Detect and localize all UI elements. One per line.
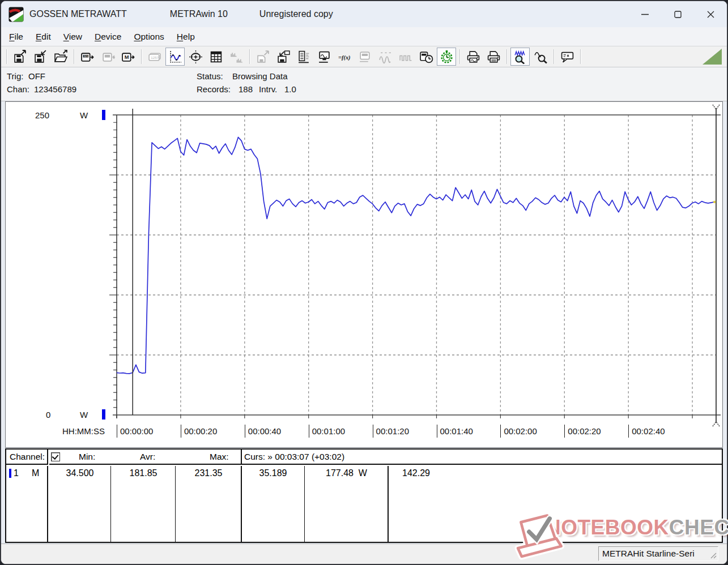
- read-device-icon: 321: [80, 50, 95, 64]
- comment-button[interactable]: [557, 48, 577, 66]
- y-axis-min-label: 0: [46, 410, 50, 420]
- pulse-wave-icon: [399, 50, 413, 64]
- info-panel: Trig: OFF Chan: 123456789 Status: Browsi…: [1, 67, 727, 101]
- print-preview-icon: [466, 50, 480, 64]
- numeric-display-icon: 1257: [148, 50, 162, 64]
- min-checkbox[interactable]: [51, 452, 60, 461]
- toolbar-separator: [580, 49, 581, 64]
- close-button[interactable]: [694, 1, 727, 27]
- power-line-chart[interactable]: [6, 102, 725, 447]
- table-cell-min: 34.500: [49, 466, 111, 542]
- chart-view-button[interactable]: [165, 48, 185, 66]
- table-cell-max: 231.35: [176, 466, 241, 542]
- close-icon: [707, 11, 714, 18]
- table-view-icon: [209, 50, 223, 64]
- interval-label: Intrv.: [259, 84, 277, 94]
- menu-edit[interactable]: Edit: [29, 29, 57, 44]
- table-cell-cursor2: 177.48 W: [306, 466, 389, 542]
- title-bar: GOSSEN METRAWATT METRAwin 10 Unregistere…: [1, 1, 727, 27]
- menu-help[interactable]: Help: [171, 29, 201, 44]
- menu-file[interactable]: File: [3, 29, 29, 44]
- device-name-cell: METRAHit Starline-Seri: [598, 546, 718, 561]
- monitor-view-icon: [317, 50, 331, 64]
- trig-value: OFF: [28, 71, 45, 81]
- menu-bar: File Edit View Device Options Help: [1, 27, 727, 46]
- save-as-button[interactable]: [31, 48, 50, 66]
- channel-list-button[interactable]: [294, 48, 313, 66]
- channel-color-bar: [9, 469, 11, 478]
- device-settings-icon: [358, 50, 372, 64]
- toolbar: 321 M 1257 =f(x): [1, 46, 727, 67]
- resize-grip-icon[interactable]: [710, 552, 717, 559]
- table-header-stats-group: Min: Avr: Max:: [49, 450, 241, 465]
- import-data-icon: [276, 50, 291, 64]
- table-cell-delta: 142.29: [390, 466, 722, 542]
- minimize-icon: [641, 11, 649, 18]
- toolbar-separator: [141, 49, 142, 64]
- metrawin-window: GOSSEN METRAWATT METRAwin 10 Unregistere…: [1, 1, 727, 564]
- clock-device-icon: [419, 50, 433, 64]
- histogram-view-button: [227, 48, 246, 66]
- interval-value: 1.0: [284, 84, 296, 94]
- read-device-button[interactable]: 321: [78, 48, 97, 66]
- y-axis-unit-label-top: W: [80, 110, 88, 120]
- menu-view[interactable]: View: [57, 29, 88, 44]
- records-value: 188: [239, 84, 253, 94]
- memory-read-button[interactable]: M: [118, 48, 138, 66]
- svg-text:M: M: [124, 54, 129, 60]
- formula-button[interactable]: =f(x): [335, 48, 354, 66]
- table-header-cursor: Curs: » 00:03:07 (+03:02): [241, 450, 722, 465]
- menu-device[interactable]: Device: [88, 29, 127, 44]
- save-export-icon: [13, 50, 27, 64]
- x-tick-label: 00:01:20: [373, 426, 409, 436]
- device-settings-button: [355, 48, 374, 66]
- zoom-out-wave-icon: [534, 50, 548, 64]
- table-header-max: Max:: [210, 452, 229, 462]
- save-as-icon: [33, 50, 48, 64]
- minimize-button[interactable]: [628, 1, 661, 27]
- maximize-button[interactable]: [661, 1, 694, 27]
- channel-range-marker-bottom: [102, 409, 105, 420]
- save-export-button[interactable]: [10, 48, 29, 66]
- comment-icon: [560, 50, 574, 64]
- title-license: Unregistered copy: [259, 9, 333, 19]
- app-logo-icon: [8, 7, 24, 22]
- write-device-button: [98, 48, 117, 66]
- menu-options[interactable]: Options: [127, 29, 170, 44]
- open-file-button[interactable]: [51, 48, 70, 66]
- channel-number: 1: [14, 468, 19, 478]
- print-button[interactable]: [484, 48, 503, 66]
- print-preview-button[interactable]: [463, 48, 483, 66]
- histogram-view-icon: [229, 50, 244, 64]
- toolbar-separator: [74, 49, 74, 64]
- measurement-table: Channel: Min: Avr: Max: Curs: » 00:03:07…: [5, 448, 723, 543]
- import-data-button[interactable]: [274, 48, 293, 66]
- x-tick-label: 00:02:40: [628, 426, 665, 436]
- x-tick-label: 00:02:00: [500, 426, 537, 436]
- toolbar-separator: [554, 49, 554, 64]
- zoom-out-wave-button[interactable]: [531, 48, 550, 66]
- table-cell-channel: 1 M: [6, 466, 48, 542]
- cursor2-unit: W: [359, 468, 367, 478]
- x-tick-label: 00:00:20: [181, 426, 217, 436]
- table-view-button[interactable]: [206, 48, 225, 66]
- timer-button[interactable]: [437, 48, 456, 66]
- x-tick-label: 00:00:40: [245, 426, 281, 436]
- monitor-view-button[interactable]: [314, 48, 334, 66]
- toolbar-separator: [249, 49, 250, 64]
- clock-device-button[interactable]: [416, 48, 436, 66]
- maximize-icon: [674, 11, 682, 18]
- sine-wave-icon: [378, 50, 393, 64]
- status-bar: METRAHit Starline-Seri: [1, 543, 727, 564]
- zoom-in-wave-button[interactable]: [510, 48, 530, 66]
- chart-panel[interactable]: 250 W 0 W HH:MM:SS 00:00:0000:00:2000:00…: [5, 101, 723, 448]
- pulse-wave-button: [396, 48, 415, 66]
- x-axis-format-label: HH:MM:SS: [62, 426, 105, 436]
- records-label: Records:: [197, 84, 231, 94]
- chan-label: Chan:: [7, 84, 29, 94]
- print-icon: [487, 50, 501, 64]
- toolbar-separator: [459, 49, 460, 64]
- toolbar-separator: [6, 49, 7, 64]
- x-tick-label: 00:00:00: [117, 426, 153, 436]
- scope-view-button[interactable]: [186, 48, 205, 66]
